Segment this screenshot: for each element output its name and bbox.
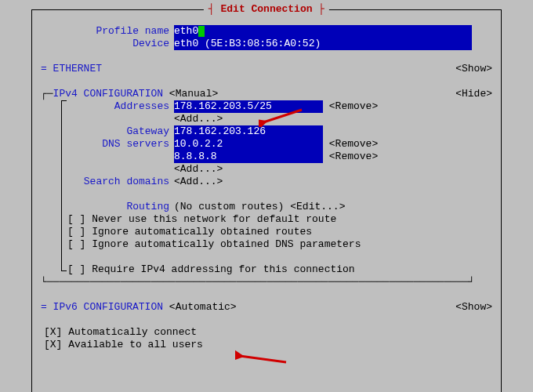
ipv6-show-button[interactable]: <Show>: [455, 301, 492, 314]
ethernet-show-button[interactable]: <Show>: [455, 63, 492, 75]
ipv4-branch-bottom: └───────────────────────────────────────…: [41, 276, 475, 289]
profile-name-value: eth0: [174, 25, 198, 37]
svg-line-1: [240, 356, 286, 362]
gateway-value: 178.162.203.126: [174, 125, 266, 137]
routing-edit-button[interactable]: <Edit...>: [290, 201, 345, 213]
dns-remove-0[interactable]: <Remove>: [329, 138, 378, 151]
ethernet-section-header: = ETHERNET: [41, 63, 102, 75]
address-add-button[interactable]: <Add...>: [174, 113, 223, 125]
profile-name-label: Profile name: [41, 25, 174, 38]
ipv4-branch-top: ┌─: [41, 88, 53, 100]
dns-remove-1[interactable]: <Remove>: [329, 151, 378, 163]
gateway-input[interactable]: 178.162.203.126: [174, 125, 323, 138]
annotation-arrow-2: [235, 350, 290, 367]
ipv4-require-checkbox[interactable]: [ ] Require IPv4 addressing for this con…: [67, 263, 355, 276]
ipv4-tree-line: [61, 100, 67, 271]
dns-input-0[interactable]: 10.0.2.2: [174, 138, 323, 151]
device-label: Device: [41, 38, 174, 50]
ipv4-hide-button[interactable]: <Hide>: [455, 88, 492, 100]
ipv4-section-header: IPv4 CONFIGURATION: [53, 88, 163, 100]
ipv4-default-route-checkbox[interactable]: [ ] Never use this network for default r…: [67, 213, 336, 226]
profile-name-input[interactable]: eth0: [174, 25, 472, 38]
device-value: eth0 (5E:B3:08:56:A0:52): [174, 38, 321, 49]
text-cursor: [198, 26, 205, 37]
device-input[interactable]: eth0 (5E:B3:08:56:A0:52): [174, 38, 472, 50]
dialog-title: ┤ Edit Connection ├: [204, 3, 329, 16]
ipv4-ignore-routes-checkbox[interactable]: [ ] Ignore automatically obtained routes: [67, 226, 312, 238]
ipv6-section-header: = IPv6 CONFIGURATION: [41, 301, 163, 314]
routing-value: (No custom routes): [174, 201, 284, 213]
ipv6-mode-select[interactable]: <Automatic>: [169, 301, 237, 314]
address-input-0[interactable]: 178.162.203.5/25: [174, 100, 323, 113]
auto-connect-checkbox[interactable]: [X] Automatically connect: [44, 326, 197, 339]
ipv4-mode-select[interactable]: <Manual>: [169, 88, 218, 100]
dns-value-0: 10.0.2.2: [174, 138, 223, 150]
search-domains-add-button[interactable]: <Add...>: [174, 176, 223, 188]
dns-add-button[interactable]: <Add...>: [174, 163, 223, 176]
dns-input-1[interactable]: 8.8.8.8: [174, 151, 323, 163]
all-users-checkbox[interactable]: [X] Available to all users: [44, 339, 203, 351]
address-value-0: 178.162.203.5/25: [174, 100, 272, 112]
ipv4-ignore-dns-checkbox[interactable]: [ ] Ignore automatically obtained DNS pa…: [67, 238, 361, 251]
dialog-title-text: Edit Connection: [220, 3, 312, 15]
dns-value-1: 8.8.8.8: [174, 151, 217, 162]
address-remove-0[interactable]: <Remove>: [329, 100, 378, 113]
